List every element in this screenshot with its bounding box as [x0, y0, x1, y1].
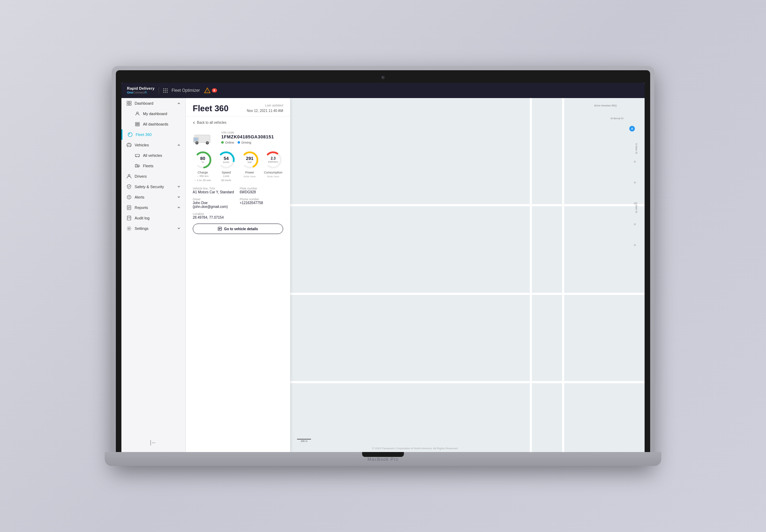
- laptop-base: MacBook Pro: [105, 452, 661, 466]
- map-dot-5: [634, 244, 636, 246]
- grid-icon: [163, 88, 167, 93]
- sidebar-item-settings[interactable]: Settings: [121, 223, 185, 234]
- gauge-consumption-value: 2.3kWh/km: [268, 157, 278, 163]
- sidebar-item-label: Reports: [135, 205, 174, 210]
- sidebar-item-reports[interactable]: Reports: [121, 202, 185, 213]
- svg-point-18: [138, 167, 139, 167]
- details-btn-label: Go to vehicle details: [224, 227, 258, 231]
- drivers-icon: [126, 174, 132, 179]
- sidebar-item-my-dashboard[interactable]: My dashboard: [121, 108, 185, 119]
- location-label: Location: [193, 212, 283, 216]
- sidebar-item-all-dashboards[interactable]: All dashboards: [121, 119, 185, 129]
- back-to-vehicles-link[interactable]: Back to all vehicles: [193, 121, 283, 124]
- location-value: 28.49784, 77.07154: [193, 216, 283, 219]
- svg-rect-8: [135, 125, 139, 126]
- map-dot-2: [634, 182, 636, 184]
- sidebar-item-fleet360[interactable]: Fleet 360: [121, 129, 185, 140]
- info-location: Location 28.49784, 77.07154: [193, 212, 283, 219]
- vehicle-card: Back to all vehicles: [186, 116, 290, 241]
- sidebar-item-fleets[interactable]: Fleets: [121, 161, 185, 171]
- svg-point-24: [128, 217, 129, 218]
- alert-triangle-icon: !: [204, 87, 210, 94]
- go-to-vehicle-details-button[interactable]: Go to vehicle details: [193, 224, 283, 234]
- svg-rect-29: [194, 138, 198, 141]
- app-brand: Rapid Delivery OneConnect®: [127, 86, 154, 95]
- content-area: Aloha Hawaiian BBQ W Bernal Dr N Main St…: [186, 98, 645, 452]
- sidebar-item-label: Dashboard: [135, 101, 174, 105]
- map-dot-4: [634, 223, 636, 225]
- last-updated-label: Last updated: [247, 104, 283, 107]
- sidebar-item-alerts[interactable]: Alerts: [121, 192, 185, 202]
- reports-icon: [126, 205, 132, 210]
- sidebar-item-label: Audit log: [135, 216, 181, 220]
- info-grid: Vehicle line, Trim A1 Motors Car Y, Stan…: [193, 187, 283, 209]
- sidebar-collapse-button[interactable]: |←: [121, 436, 185, 449]
- alert-count: 8: [212, 88, 217, 92]
- gauges-row: 80% Charge ~ 350 km~ 1 hr 29 min: [193, 150, 283, 183]
- svg-rect-7: [135, 124, 139, 125]
- gauge-speed-circle: 54km/h: [216, 150, 236, 170]
- screen-bezel: Rapid Delivery OneConnect® Fleet Optimiz…: [116, 70, 650, 452]
- brand-sub: OneConnect®: [127, 91, 154, 95]
- sidebar-item-safety-security[interactable]: Safety & Security: [121, 182, 185, 192]
- sidebar-item-vehicles[interactable]: Vehicles: [121, 140, 185, 150]
- chevron-down-icon: [177, 195, 181, 199]
- fleet360-icon: [127, 132, 133, 137]
- info-plate: Plate number 6WDG928: [240, 187, 283, 194]
- app-body: Dashboard My dashboard: [121, 98, 645, 452]
- sidebar-item-label: All dashboards: [143, 122, 181, 126]
- status-online: Online: [221, 141, 234, 144]
- sidebar-item-label: All vehicles: [143, 153, 181, 158]
- svg-point-26: [128, 228, 130, 229]
- sidebar-item-label: Safety & Security: [135, 185, 174, 189]
- online-dot: [221, 141, 224, 144]
- svg-rect-3: [127, 104, 129, 105]
- brand-sub-two: Connect: [133, 91, 145, 94]
- app-header: Rapid Delivery OneConnect® Fleet Optimiz…: [121, 83, 645, 98]
- map-dot-1: [634, 161, 636, 163]
- svg-point-25: [128, 218, 129, 218]
- svg-point-21: [129, 198, 129, 198]
- gauge-speed: 54km/h Speed Limit60 km/h: [216, 150, 237, 183]
- sidebar-item-audit-log[interactable]: Audit log: [121, 213, 185, 223]
- chevron-down-icon: [177, 185, 181, 188]
- person-icon: [135, 111, 140, 116]
- copyright-text: © 2022 Panasonic Corporation of North Am…: [372, 447, 458, 450]
- alert-badge[interactable]: ! 8: [204, 87, 217, 94]
- vehicle-line-value: A1 Motors Car Y, Standard: [193, 190, 236, 194]
- phone-value: +12163547758: [240, 201, 283, 205]
- gauge-speed-sub: Limit60 km/h: [221, 174, 231, 183]
- vehicles-icon: [126, 142, 132, 148]
- gauge-charge-circle: 80%: [193, 150, 213, 170]
- plate-value: 6WDG928: [240, 190, 283, 194]
- settings-icon: [126, 226, 132, 231]
- fleets-icon: [135, 163, 140, 169]
- vin-label: VIN code: [221, 131, 283, 134]
- phone-label: Phone number: [240, 198, 283, 201]
- status-online-label: Online: [225, 141, 234, 144]
- all-dashboards-icon: [135, 121, 140, 127]
- sidebar-item-dashboard[interactable]: Dashboard: [121, 98, 185, 108]
- laptop-notch: [362, 452, 404, 457]
- back-link-label: Back to all vehicles: [197, 121, 226, 124]
- audit-icon: [126, 215, 132, 221]
- svg-point-31: [196, 142, 198, 144]
- page-header: Fleet 360 Last updated Nov 12, 2021 11:4…: [186, 98, 290, 116]
- plate-label: Plate number: [240, 187, 283, 190]
- brand-sub-one: One: [127, 91, 133, 94]
- alerts-icon: [126, 194, 132, 200]
- shield-icon: [126, 184, 132, 190]
- sidebar: Dashboard My dashboard: [121, 98, 186, 452]
- sidebar-item-drivers[interactable]: Drivers: [121, 171, 185, 182]
- screen-content: Rapid Delivery OneConnect® Fleet Optimiz…: [121, 83, 645, 452]
- map-pin-vehicle: A: [629, 126, 635, 131]
- sidebar-item-all-vehicles[interactable]: All vehicles: [121, 150, 185, 161]
- gauge-power-note: Note here: [244, 175, 256, 178]
- vin-value: 1FMZK04185GA308151: [221, 134, 283, 139]
- gauge-charge: 80% Charge ~ 350 km~ 1 hr 29 min: [193, 150, 213, 183]
- map-label-main-st1: N Main St: [635, 143, 638, 154]
- sidebar-item-label: Fleet 360: [136, 132, 181, 137]
- all-vehicles-icon: [135, 153, 140, 158]
- svg-rect-6: [135, 122, 139, 123]
- vehicle-info: VIN code 1FMZK04185GA308151 Online: [221, 131, 283, 144]
